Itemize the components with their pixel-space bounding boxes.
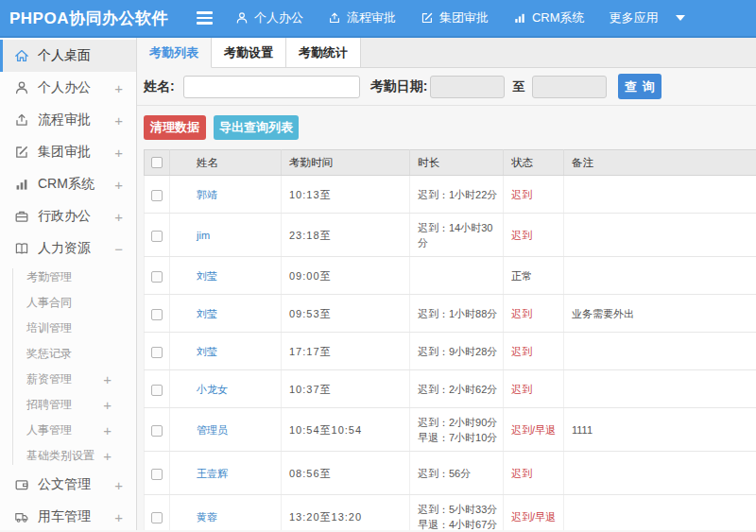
attendance-table-wrap: 姓名 考勤时间 时长 状态 备注 郭靖10:13至迟到：1小时22分迟到jim2…	[144, 149, 756, 530]
sidebar-item-reward-punishment[interactable]: 奖惩记录	[0, 341, 136, 367]
attendance-time-cell: 09:53至	[282, 295, 410, 333]
status-cell: 迟到	[504, 333, 564, 370]
row-checkbox[interactable]	[151, 425, 163, 437]
employee-name-link[interactable]: 黄蓉	[197, 511, 217, 523]
sidebar-item-attendance-management[interactable]: 考勤管理	[0, 265, 136, 290]
expand-plus-icon[interactable]: +	[103, 423, 112, 438]
expand-plus-icon[interactable]: +	[103, 398, 112, 412]
book-icon	[14, 241, 29, 256]
status-cell: 迟到	[504, 370, 564, 408]
header-status: 状态	[504, 150, 564, 176]
expand-plus-icon[interactable]: +	[103, 449, 112, 463]
filter-bar: 姓名: 考勤日期: 至 查 询	[137, 68, 756, 106]
table-row-5: 小龙女10:37至迟到：2小时62分迟到	[145, 370, 756, 408]
name-filter-label: 姓名:	[144, 78, 175, 95]
search-button[interactable]: 查 询	[618, 74, 662, 99]
tab-label: 考勤列表	[149, 44, 198, 61]
sidebar-item-admin-office[interactable]: 行政办公+	[0, 200, 136, 232]
duration-cell: 迟到：56分	[410, 452, 504, 495]
date-to-input[interactable]	[532, 76, 607, 98]
tab-attendance-settings[interactable]: 考勤设置	[212, 38, 286, 67]
sidebar-item-label: 公文管理	[38, 476, 114, 493]
row-checkbox[interactable]	[151, 512, 163, 523]
sidebar-item-workflow-approval[interactable]: 流程审批+	[0, 104, 136, 136]
employee-name-link[interactable]: 刘莹	[197, 308, 217, 319]
expand-plus-icon[interactable]: +	[114, 510, 123, 524]
sidebar-item-base-category-settings[interactable]: 基础类别设置+	[0, 443, 136, 469]
expand-plus-icon[interactable]: +	[114, 178, 123, 192]
table-row-0: 郭靖10:13至迟到：1小时22分迟到	[145, 176, 756, 214]
sidebar-item-personal-office[interactable]: 个人办公+	[0, 72, 136, 104]
expand-plus-icon[interactable]: +	[114, 146, 123, 160]
collapse-minus-icon[interactable]: −	[114, 242, 123, 256]
employee-name-link[interactable]: 王壹辉	[197, 468, 228, 479]
row-checkbox[interactable]	[151, 271, 163, 283]
expand-plus-icon[interactable]: +	[114, 210, 123, 224]
expand-plus-icon[interactable]: +	[114, 478, 123, 492]
table-row-6: 管理员10:54至10:54迟到：2小时90分 早退：7小时10分迟到/早退11…	[145, 408, 756, 452]
employee-name-link[interactable]: 刘莹	[197, 346, 217, 357]
clear-data-button[interactable]: 清理数据	[144, 115, 206, 140]
row-checkbox[interactable]	[151, 469, 163, 480]
export-list-button[interactable]: 导出查询列表	[214, 115, 299, 140]
topnav-item-1[interactable]: 流程审批	[328, 9, 396, 26]
sidebar-item-document-management[interactable]: 公文管理+	[0, 469, 136, 501]
row-checkbox[interactable]	[151, 347, 163, 358]
duration-cell: 迟到：2小时90分 早退：7小时10分	[410, 408, 504, 452]
select-all-checkbox[interactable]	[151, 157, 163, 168]
sidebar-item-hr-contract[interactable]: 人事合同	[0, 290, 136, 316]
header-name: 姓名	[170, 150, 282, 176]
name-filter-input[interactable]	[183, 76, 360, 98]
hamburger-menu-icon[interactable]	[197, 11, 215, 25]
duration-cell: 迟到：14小时30分	[410, 214, 504, 257]
status-cell: 迟到/早退	[504, 495, 564, 531]
date-filter-label: 考勤日期:	[370, 78, 428, 95]
sidebar: 个人桌面个人办公+流程审批+集团审批+CRM系统+行政办公+人力资源− 考勤管理…	[0, 38, 137, 530]
table-row-3: 刘莹09:53至迟到：1小时88分迟到业务需要外出	[145, 295, 756, 333]
row-checkbox[interactable]	[151, 309, 163, 320]
sidebar-item-training-management[interactable]: 培训管理	[0, 316, 136, 341]
status-cell: 迟到	[504, 214, 564, 257]
expand-plus-icon[interactable]: +	[114, 113, 123, 128]
sidebar-item-group-approval[interactable]: 集团审批+	[0, 136, 136, 168]
edit-icon	[14, 145, 29, 160]
expand-plus-icon[interactable]: +	[114, 81, 123, 95]
sidebar-item-desktop[interactable]: 个人桌面	[0, 40, 136, 72]
employee-name-link[interactable]: 刘莹	[197, 270, 217, 282]
duration-cell: 迟到：5小时33分 早退：4小时67分	[410, 495, 504, 531]
sidebar-item-label: 招聘管理	[26, 397, 103, 413]
attendance-table: 姓名 考勤时间 时长 状态 备注 郭靖10:13至迟到：1小时22分迟到jim2…	[144, 149, 756, 530]
caret-down-icon	[676, 15, 685, 21]
topnav-item-label: 更多应用	[610, 9, 659, 26]
sidebar-item-label: 流程审批	[38, 112, 114, 129]
row-checkbox[interactable]	[151, 190, 163, 201]
duration-cell: 迟到：1小时88分	[410, 295, 504, 333]
row-checkbox[interactable]	[151, 385, 163, 396]
sidebar-menu-top: 个人桌面个人办公+流程审批+集团审批+CRM系统+行政办公+人力资源−	[0, 40, 136, 265]
sidebar-item-salary-management[interactable]: 薪资管理+	[0, 367, 136, 392]
topnav-item-2[interactable]: 集团审批	[421, 9, 489, 26]
employee-name-link[interactable]: 小龙女	[197, 384, 228, 395]
employee-name-link[interactable]: jim	[197, 230, 210, 241]
note-cell	[564, 333, 756, 370]
tab-attendance-statistics[interactable]: 考勤统计	[286, 38, 361, 67]
tab-attendance-list[interactable]: 考勤列表	[137, 38, 212, 68]
attendance-time-cell: 17:17至	[282, 333, 410, 370]
topnav-item-3[interactable]: CRM系统	[513, 9, 585, 26]
topnav-item-0[interactable]: 个人办公	[235, 9, 303, 26]
expand-plus-icon[interactable]: +	[103, 372, 112, 386]
chart-icon	[513, 11, 526, 25]
duration-cell: 迟到：9小时28分	[410, 333, 504, 370]
status-cell: 迟到	[504, 295, 564, 333]
sidebar-item-personnel-management[interactable]: 人事管理+	[0, 418, 136, 443]
attendance-time-cell: 08:56至	[282, 452, 410, 495]
date-from-input[interactable]	[430, 76, 505, 98]
topnav-item-4[interactable]: 更多应用	[610, 9, 685, 26]
sidebar-item-crm-system[interactable]: CRM系统+	[0, 168, 136, 200]
row-checkbox[interactable]	[151, 231, 163, 242]
sidebar-item-vehicle-management[interactable]: 用车管理+	[0, 501, 136, 530]
employee-name-link[interactable]: 管理员	[197, 424, 228, 436]
employee-name-link[interactable]: 郭靖	[197, 189, 217, 200]
sidebar-item-recruit-management[interactable]: 招聘管理+	[0, 392, 136, 418]
sidebar-item-human-resources[interactable]: 人力资源−	[0, 232, 136, 265]
